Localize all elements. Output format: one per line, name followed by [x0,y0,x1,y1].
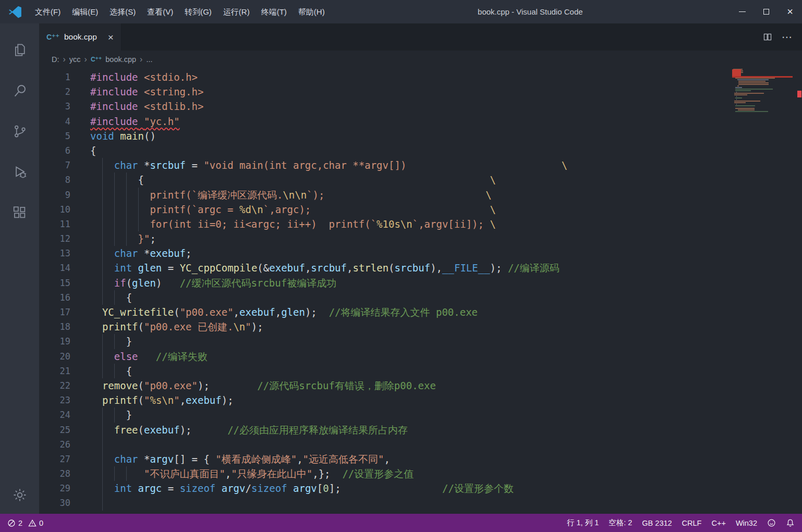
code-line[interactable]: "不识庐山真面目","只缘身在此山中",}; //设置形参之值 [90,466,802,481]
code-line[interactable]: printf(`编译缓冲区源代码.\n\n`); \ [90,188,802,202]
code-token: //将编译结果存入文件 p00.exe [329,306,478,318]
overview-ruler[interactable] [797,68,802,514]
code-token: "void main(int argc,char **argv[]) [203,159,406,171]
code-token: "横看成岭侧成峰" [215,453,297,465]
code-line[interactable]: }"; [90,231,802,246]
code-line[interactable]: printf(`argc = %d\n`,argc); \ [90,202,802,217]
encoding[interactable]: GB 2312 [642,519,672,527]
code-token: exebuf [150,248,186,259]
code-line[interactable]: int glen = YC_cppCompile(&exebuf,srcbuf,… [90,261,802,275]
code-line[interactable]: { [90,290,802,305]
tab-label: book.cpp [64,32,97,42]
indent-guide [126,202,127,217]
breadcrumb-item[interactable]: book.cpp [105,55,136,64]
window-title: book.cpp - Visual Studio Code [331,7,730,16]
gutter: 1234567891011121314151617181920212223242… [39,70,90,514]
code-line[interactable]: free(exebuf); //必须由应用程序释放编译结果所占内存 [90,423,802,437]
menu-item[interactable]: 文件(F) [29,0,66,23]
code-line[interactable]: else //编译失败 [90,349,802,364]
cursor-position[interactable]: 行 1, 列 1 [567,518,599,528]
code-token: printf [102,321,138,332]
indent-guide [102,246,103,261]
code-line[interactable]: char *exebuf; [90,246,802,261]
code-token: ); [222,394,234,406]
breadcrumb-item[interactable]: ... [146,55,152,64]
code-line[interactable]: } [90,407,802,422]
code-line[interactable]: printf("%s\n",exebuf); [90,393,802,407]
tab-close-icon[interactable]: × [108,32,114,42]
code-token: * [138,248,150,259]
code-line[interactable] [90,496,802,510]
code-line[interactable]: } [90,334,802,349]
sidebar-item-explorer[interactable] [0,30,39,70]
split-editor-icon[interactable] [763,32,772,42]
code-line[interactable]: void main() [90,129,802,143]
breadcrumb-item[interactable]: ycc [69,55,81,64]
vscode-logo-icon [7,4,23,20]
sidebar-item-extensions[interactable] [0,192,39,233]
code-line[interactable]: #include <stdlib.h> [90,99,802,114]
code-line[interactable]: YC_writefile("p00.exe",exebuf,glen); //将… [90,305,802,319]
code-token: char [114,453,138,465]
minimap[interactable] [732,68,795,120]
code-token: <string.h> [144,86,203,97]
code-token: \n\n [283,189,307,201]
code-token: YC_cppCompile [180,262,258,274]
notifications-bell-icon[interactable] [786,518,795,527]
code-line[interactable]: char *argv[] = { "横看成岭侧成峰","远近高低各不同", [90,452,802,466]
minimap-line [738,84,769,85]
code-area[interactable]: #include <stdio.h>#include <string.h>#in… [90,70,802,514]
code-line[interactable]: char *srcbuf = "void main(int argc,char … [90,158,802,172]
code-token: \ [490,218,495,230]
sidebar-item-search[interactable] [0,70,39,111]
line-number: 1 [39,70,70,84]
code-line[interactable]: for(int ii=0; ii<argc; ii++) printf(`%10… [90,217,802,231]
code-line[interactable]: #include "yc.h" [90,114,802,129]
indentation[interactable]: 空格: 2 [609,518,632,528]
code-line[interactable]: printf("p00.exe 已创建.\n"); [90,319,802,334]
code-line[interactable]: int argc = sizeof argv/sizeof argv[0]; /… [90,481,802,496]
close-button[interactable]: × [778,0,802,23]
code-line[interactable]: remove("p00.exe"); //源代码srcbuf有错误，删除p00.… [90,378,802,393]
menu-item[interactable]: 帮助(H) [293,0,331,23]
editor-group: C⁺⁺ book.cpp × ⋯ D:›ycc›C⁺⁺book.cpp›... [39,23,802,514]
breadcrumb-item[interactable]: D: [52,55,59,64]
indent-guide [102,158,103,172]
more-actions-icon[interactable]: ⋯ [782,31,793,43]
indent-guide [138,217,139,231]
language-mode[interactable]: C++ [711,519,725,527]
code-token: ( [126,277,132,289]
code-token: \n [233,321,245,332]
eol-sequence[interactable]: CRLF [682,519,702,527]
tab-book-cpp[interactable]: C⁺⁺ book.cpp × [39,23,121,51]
line-number: 18 [39,319,70,334]
menu-item[interactable]: 转到(G) [179,0,217,23]
line-number: 19 [39,334,70,349]
platform[interactable]: Win32 [736,519,757,527]
menu-item[interactable]: 查看(V) [141,0,179,23]
menu-item[interactable]: 运行(R) [217,0,256,23]
line-number: 14 [39,261,70,275]
code-line[interactable]: if(glen) //缓冲区源代码srcbuf被编译成功 [90,276,802,290]
errors-icon [7,519,16,527]
warnings-icon [28,519,37,527]
code-line[interactable]: { [90,143,802,158]
code-line[interactable]: #include <string.h> [90,84,802,99]
problems-indicator[interactable]: 2 0 [7,519,43,527]
code-token: #include [90,116,138,127]
feedback-icon[interactable] [767,518,776,527]
minimize-button[interactable] [730,0,754,23]
maximize-button[interactable] [754,0,778,23]
code-line[interactable] [90,437,802,452]
menu-item[interactable]: 编辑(E) [66,0,104,23]
menu-item[interactable]: 终端(T) [256,0,293,23]
code-line[interactable]: { [90,364,802,378]
sidebar-item-run-debug[interactable] [0,152,39,192]
line-number: 4 [39,114,70,129]
sidebar-item-source-control[interactable] [0,111,39,152]
code-line[interactable]: { \ [90,172,802,187]
menu-item[interactable]: 选择(S) [104,0,141,23]
minimap-line [738,81,765,82]
sidebar-item-settings[interactable] [0,476,39,514]
code-line[interactable]: #include <stdio.h> [90,70,802,84]
